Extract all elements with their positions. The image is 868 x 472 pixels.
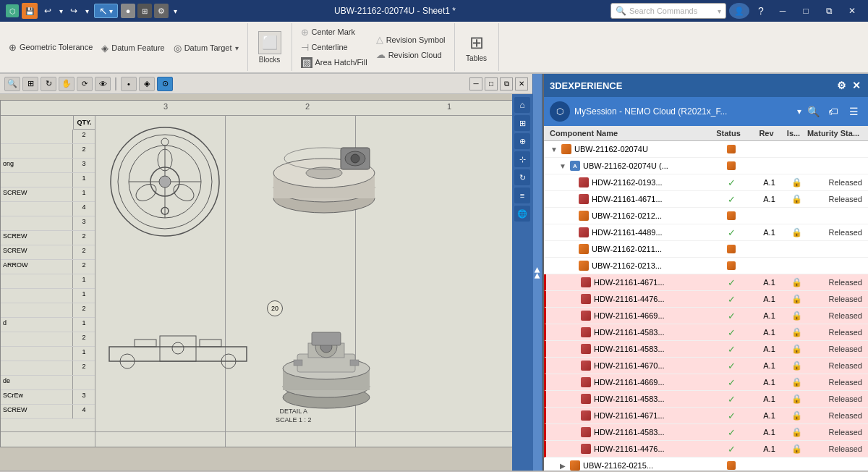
revision-symbol-button[interactable]: △ Revision Symbol xyxy=(373,33,448,46)
pan-button[interactable]: ✋ xyxy=(59,77,75,91)
side-list-btn[interactable]: ≡ xyxy=(514,187,530,203)
panel-close-icon[interactable]: ✕ xyxy=(851,78,862,93)
tree-row-4[interactable]: ▶ UBW-21162-0212... xyxy=(544,208,868,224)
blocks-button[interactable]: ⬜ Blocks xyxy=(254,28,286,67)
redo-dropdown[interactable]: ▾ xyxy=(82,4,91,18)
settings-dropdown[interactable]: ▾ xyxy=(171,4,179,18)
tree-row-18[interactable]: ▶ HDW-21161-4476... ✓ A.1 🔒 Released xyxy=(544,441,868,458)
item-qty: 2 xyxy=(73,361,95,375)
item-status-18: ✓ xyxy=(710,444,753,455)
datum-feature-button[interactable]: ◈ Datum Feature xyxy=(98,41,167,55)
item-qty: 1 xyxy=(73,289,95,303)
tree-row-12[interactable]: ▶ HDW-21161-4583... ✓ A.1 🔒 Released xyxy=(544,341,868,358)
center-mark-button[interactable]: ⊕ Center Mark xyxy=(298,25,370,39)
tree-row-10[interactable]: ▶ HDW-21161-4669... ✓ A.1 🔒 Released xyxy=(544,308,868,324)
panel-collapse-button[interactable]: ◀◀ xyxy=(532,74,542,471)
item-status-9: ✓ xyxy=(710,294,753,305)
settings-icon[interactable]: ⚙ xyxy=(154,4,169,18)
side-props-btn[interactable]: ⊕ xyxy=(514,133,530,149)
dot-icon[interactable]: ● xyxy=(121,4,135,18)
item-rev-9: A.1 xyxy=(753,295,786,303)
tree-row-9[interactable]: ▶ HDW-21161-4476... ✓ A.1 🔒 Released xyxy=(544,291,868,308)
blocks-items: ⬜ Blocks xyxy=(254,25,286,69)
item-maturity-10: Released xyxy=(807,311,865,320)
item-qty: 3 xyxy=(73,216,95,230)
centerline-button[interactable]: ⊣ Centerline xyxy=(298,41,370,54)
minimize-button[interactable]: ─ xyxy=(773,4,793,18)
tree-row-15[interactable]: ▶ HDW-21161-4583... ✓ A.1 🔒 Released xyxy=(544,391,868,408)
item-rev-13: A.1 xyxy=(753,361,786,370)
sheet-close[interactable]: ✕ xyxy=(515,77,528,90)
search-bar[interactable]: 🔍 Search Commands ▾ xyxy=(610,3,726,19)
tree-row-14[interactable]: ▶ HDW-21161-4669... ✓ A.1 🔒 Released xyxy=(544,374,868,391)
tree-row-17[interactable]: ▶ HDW-21161-4583... ✓ A.1 🔒 Released xyxy=(544,424,868,441)
rotate-button[interactable]: ↻ xyxy=(41,77,56,91)
save-icon[interactable]: 💾 xyxy=(22,3,38,19)
tree-row-0[interactable]: ▼ UBW-21162-02074U xyxy=(544,141,868,158)
list-item: SCrEw 3 xyxy=(1,390,95,405)
cursor-dropdown[interactable]: ▾ xyxy=(109,7,113,15)
area-hatch-button[interactable]: ▨ Area Hatch/Fill xyxy=(298,56,370,69)
item-rev-12: A.1 xyxy=(753,345,786,353)
zoom-fit-button[interactable]: 🔍 xyxy=(4,77,20,91)
session-dropdown-icon[interactable]: ▾ xyxy=(797,106,801,117)
tree-row-1[interactable]: ▼ A UBW-21162-02074U (... xyxy=(544,158,868,174)
expand-arrow-0[interactable]: ▼ xyxy=(550,145,558,153)
tree-row-11[interactable]: ▶ HDW-21161-4583... ✓ A.1 🔒 Released xyxy=(544,324,868,341)
svg-point-21 xyxy=(351,154,359,163)
dot-button[interactable]: • xyxy=(121,77,137,91)
tree-row-13[interactable]: ▶ HDW-21161-4670... ✓ A.1 🔒 Released xyxy=(544,358,868,374)
tree-row-2[interactable]: ▶ HDW-21162-0193... ✓ A.1 🔒 Released xyxy=(544,174,868,191)
active-view-button[interactable]: ⊙ xyxy=(157,77,173,91)
datum-target-button[interactable]: ◎ Datum Target ▾ xyxy=(171,41,242,55)
panel-gear-icon[interactable]: ⚙ xyxy=(835,78,848,93)
tree-container[interactable]: ▼ UBW-21162-02074U ▼ A UBW-21162-02074U … xyxy=(544,141,868,471)
side-globe-btn[interactable]: 🌐 xyxy=(514,206,530,222)
lock-icon-9: 🔒 xyxy=(791,294,802,304)
zoom-area-button[interactable]: ⊞ xyxy=(22,77,38,91)
eye-button[interactable]: 👁 xyxy=(95,77,111,91)
maximize-button[interactable]: □ xyxy=(796,4,816,18)
expand-arrow-1[interactable]: ▼ xyxy=(558,161,567,170)
search-dropdown-icon[interactable]: ▾ xyxy=(718,7,721,15)
grid-icon[interactable]: ⊞ xyxy=(137,4,152,18)
restore-button[interactable]: ⧉ xyxy=(819,4,839,18)
cursor-tool[interactable]: ↖ ▾ xyxy=(94,4,118,18)
sheet-restore[interactable]: □ xyxy=(485,77,498,90)
red-icon-13 xyxy=(581,361,591,371)
search-icon: 🔍 xyxy=(616,6,626,16)
side-home-btn[interactable]: ⌂ xyxy=(514,97,530,113)
tree-row-7[interactable]: ▶ UBW-21162-0213... xyxy=(544,258,868,274)
geometric-tolerance-button[interactable]: ⊕ Geometric Tolerance xyxy=(6,41,95,54)
tag-icon[interactable]: 🏷 xyxy=(825,103,842,120)
sheet-minimize[interactable]: ─ xyxy=(469,77,482,90)
tree-row-6[interactable]: ▶ UBW-21162-0211... xyxy=(544,241,868,258)
list-item: SCREW 4 xyxy=(1,405,95,419)
help-button[interactable]: ? xyxy=(752,3,770,19)
search-panel-icon[interactable]: 🔍 xyxy=(804,103,822,120)
tree-row-3[interactable]: ▶ HDW-21161-4671... ✓ A.1 🔒 Released xyxy=(544,191,868,208)
user-avatar[interactable]: 👤 xyxy=(729,3,749,19)
expand-arrow-19[interactable]: ▶ xyxy=(558,461,567,470)
side-toolbar: ⌂ ⊞ ⊕ ⊹ ↻ ≡ 🌐 xyxy=(512,94,532,471)
tables-button[interactable]: ⊞ Tables xyxy=(461,30,493,65)
redo-button[interactable]: ↪ xyxy=(67,4,81,18)
tree-row-16[interactable]: ▶ HDW-21161-4671... ✓ A.1 🔒 Released xyxy=(544,408,868,424)
svg-rect-25 xyxy=(160,336,196,361)
app-icon[interactable]: ⬡ xyxy=(6,4,19,17)
refresh-button[interactable]: ⟳ xyxy=(77,77,93,91)
undo-dropdown[interactable]: ▾ xyxy=(56,4,65,18)
tree-row-19[interactable]: ▶ UBW-21162-0215... xyxy=(544,458,868,471)
tree-row-8[interactable]: ▶ HDW-21161-4671... ✓ A.1 🔒 Released xyxy=(544,274,868,291)
menu-icon[interactable]: ☰ xyxy=(845,103,862,120)
sheet-maximize[interactable]: ⧉ xyxy=(500,77,513,90)
revision-cloud-button[interactable]: ☁ Revision Cloud xyxy=(373,48,448,62)
view-button[interactable]: ◈ xyxy=(139,77,155,91)
tree-row-5[interactable]: ▶ HDW-21161-4489... ✓ A.1 🔒 Released xyxy=(544,224,868,241)
side-view-btn[interactable]: ⊹ xyxy=(514,151,530,167)
close-button[interactable]: ✕ xyxy=(842,4,862,18)
item-icon-8 xyxy=(579,276,592,289)
undo-button[interactable]: ↩ xyxy=(41,4,55,18)
side-layers-btn[interactable]: ⊞ xyxy=(514,115,530,131)
side-rotate-btn[interactable]: ↻ xyxy=(514,169,530,185)
